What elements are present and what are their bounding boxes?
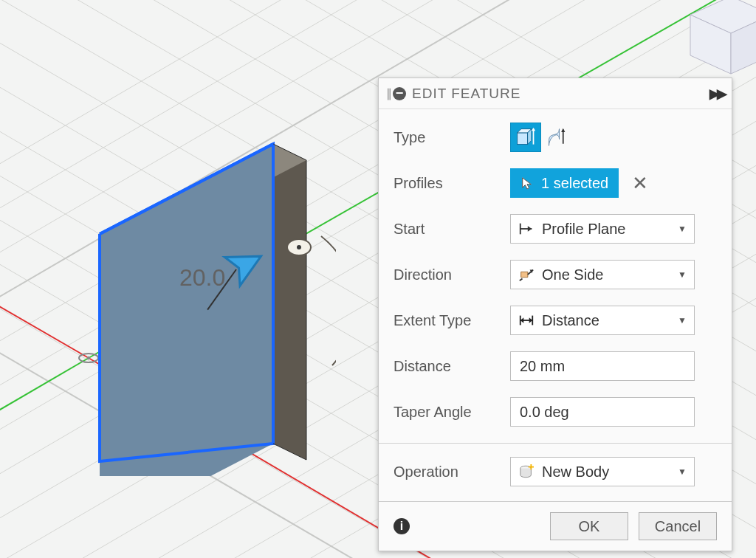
svg-marker-55 bbox=[561, 128, 565, 132]
extrude-surface-icon bbox=[546, 127, 567, 148]
svg-marker-53 bbox=[532, 128, 535, 131]
distance-label: Distance bbox=[394, 358, 510, 375]
panel-grip-icon[interactable]: ∥ bbox=[386, 86, 390, 100]
svg-line-64 bbox=[520, 279, 523, 281]
taper-input-wrap bbox=[510, 397, 695, 427]
profiles-selection-chip[interactable]: 1 selected bbox=[510, 168, 619, 198]
svg-marker-60 bbox=[528, 226, 532, 231]
operation-label: Operation bbox=[394, 464, 510, 480]
panel-expand-icon[interactable]: ▶▶ bbox=[709, 86, 724, 102]
chevron-down-icon: ▼ bbox=[678, 269, 687, 280]
taper-label: Taper Angle bbox=[394, 404, 510, 421]
panel-header[interactable]: ∥ − EDIT FEATURE ▶▶ bbox=[379, 78, 732, 109]
operation-value: New Body bbox=[542, 464, 609, 480]
one-side-icon bbox=[518, 267, 535, 282]
collapse-icon[interactable]: − bbox=[393, 87, 406, 100]
svg-marker-61 bbox=[521, 272, 528, 277]
chevron-down-icon: ▼ bbox=[678, 224, 687, 234]
profiles-chip-text: 1 selected bbox=[541, 175, 608, 192]
info-icon[interactable]: i bbox=[394, 518, 410, 534]
cancel-button[interactable]: Cancel bbox=[639, 512, 717, 540]
cursor-icon bbox=[520, 176, 534, 190]
extrude-solid-icon bbox=[515, 127, 536, 148]
chevron-down-icon: ▼ bbox=[678, 466, 687, 477]
direction-value: One Side bbox=[542, 266, 603, 283]
panel-title: EDIT FEATURE bbox=[412, 86, 709, 102]
dimension-annotation[interactable]: 20.0 bbox=[179, 264, 225, 292]
section-divider bbox=[379, 443, 732, 444]
svg-line-32 bbox=[0, 221, 89, 358]
start-dropdown[interactable]: Profile Plane ▼ bbox=[510, 214, 695, 244]
start-value: Profile Plane bbox=[542, 221, 625, 238]
operation-dropdown[interactable]: New Body ▼ bbox=[510, 457, 695, 486]
direction-label: Direction bbox=[394, 266, 510, 283]
svg-point-46 bbox=[297, 245, 301, 249]
distance-input[interactable] bbox=[518, 357, 687, 376]
taper-input[interactable] bbox=[518, 403, 687, 421]
direction-dropdown[interactable]: One Side ▼ bbox=[510, 260, 695, 289]
profiles-clear-button[interactable]: ✕ bbox=[632, 173, 648, 193]
edit-feature-panel: ∥ − EDIT FEATURE ▶▶ Type bbox=[378, 78, 732, 551]
viewcube bbox=[690, 0, 756, 74]
profile-plane-icon bbox=[518, 221, 535, 236]
type-surface-button[interactable] bbox=[541, 123, 572, 152]
type-label: Type bbox=[394, 129, 510, 146]
type-solid-button[interactable] bbox=[510, 123, 541, 152]
extent-dropdown[interactable]: Distance ▼ bbox=[510, 306, 695, 335]
svg-marker-43 bbox=[100, 144, 273, 461]
distance-input-wrap bbox=[510, 351, 695, 381]
distance-icon bbox=[518, 313, 535, 328]
ok-button[interactable]: OK bbox=[550, 512, 628, 540]
new-body-icon bbox=[518, 464, 535, 479]
extent-value: Distance bbox=[542, 312, 599, 329]
svg-marker-39 bbox=[273, 144, 306, 460]
start-label: Start bbox=[394, 221, 510, 238]
profiles-label: Profiles bbox=[394, 175, 510, 192]
svg-rect-49 bbox=[518, 133, 528, 145]
chevron-down-icon: ▼ bbox=[678, 315, 687, 326]
extent-label: Extent Type bbox=[394, 312, 510, 329]
extrude-preview-solid[interactable] bbox=[85, 122, 336, 476]
